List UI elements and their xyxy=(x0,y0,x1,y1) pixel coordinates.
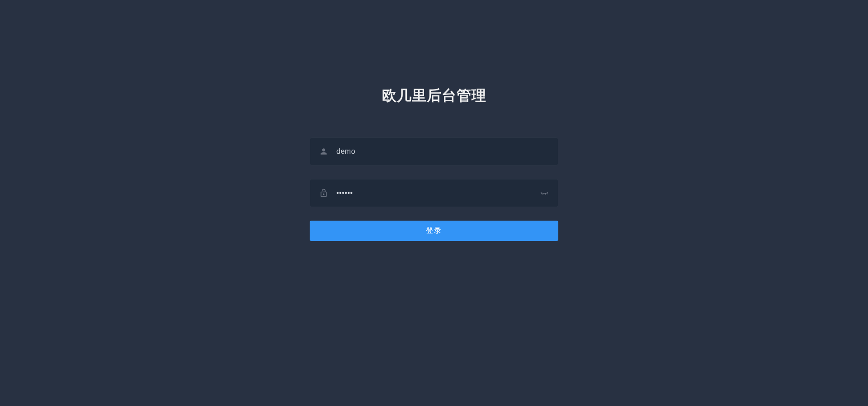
username-input-wrapper xyxy=(310,137,558,165)
login-button[interactable]: 登录 xyxy=(310,221,558,241)
svg-line-0 xyxy=(541,193,542,194)
lock-icon xyxy=(319,189,328,198)
password-input-wrapper xyxy=(310,179,558,207)
user-icon xyxy=(319,147,328,156)
svg-line-2 xyxy=(546,194,546,195)
svg-line-3 xyxy=(547,193,547,194)
username-input[interactable] xyxy=(336,138,549,165)
page-title: 欧几里后台管理 xyxy=(382,86,486,106)
password-input[interactable] xyxy=(336,179,540,207)
svg-line-1 xyxy=(543,194,543,195)
eye-closed-icon[interactable] xyxy=(540,189,549,198)
login-container: 欧几里后台管理 登录 xyxy=(310,86,558,241)
